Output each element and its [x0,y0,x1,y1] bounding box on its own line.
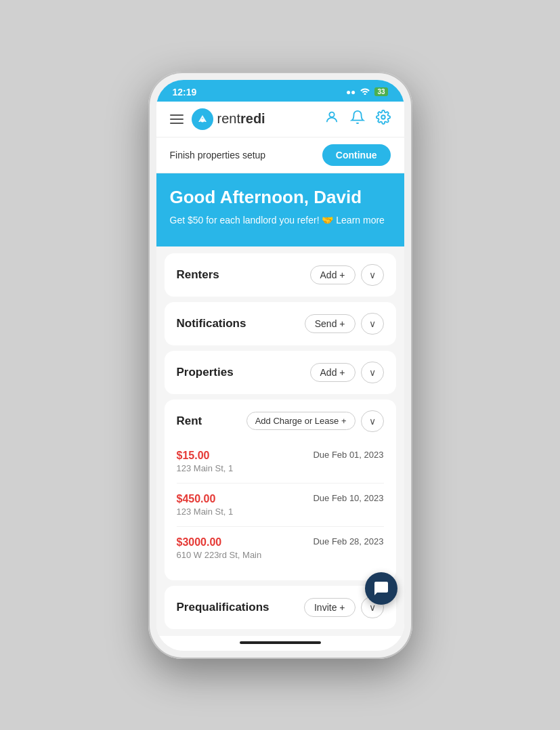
status-bar: 12:19 ●● 33 [156,80,404,102]
rent-amount: $3000.00 [177,536,262,549]
hamburger-menu[interactable] [170,114,184,124]
notifications-send-button[interactable]: Send + [305,314,356,333]
logo: rentredi [192,108,265,130]
properties-title: Properties [177,366,234,379]
renters-header: Renters Add + ∨ [177,264,384,286]
continue-button[interactable]: Continue [322,144,391,166]
properties-header: Properties Add + ∨ [177,362,384,383]
signal-icon: ●● [346,87,356,97]
renters-title: Renters [177,268,219,282]
rent-item: $15.00 123 Main St, 1 Due Feb 01, 2023 [177,440,384,484]
battery-indicator: 33 [374,87,387,96]
rent-section: Rent Add Charge or Lease + ∨ $15.00 123 … [165,400,396,580]
rent-address: 123 Main St, 1 [177,463,234,473]
notifications-header: Notifications Send + ∨ [177,313,384,335]
rent-amount: $450.00 [177,493,234,505]
rent-address: 123 Main St, 1 [177,507,234,517]
svg-point-1 [200,119,204,122]
status-time: 12:19 [173,87,197,98]
rent-item: $450.00 123 Main St, 1 Due Feb 10, 2023 [177,484,384,527]
bell-icon[interactable] [350,110,365,128]
notifications-title: Notifications [177,317,246,330]
phone-frame: 12:19 ●● 33 [148,72,412,659]
setup-text: Finish properties setup [170,150,266,160]
properties-chevron-button[interactable]: ∨ [361,362,384,383]
rent-due-date: Due Feb 10, 2023 [313,493,383,503]
rent-item-left: $450.00 123 Main St, 1 [177,493,234,517]
navbar-left: rentredi [170,108,265,130]
rent-item-left: $15.00 123 Main St, 1 [177,450,234,473]
rent-amount: $15.00 [177,450,234,462]
notifications-section: Notifications Send + ∨ [165,302,396,345]
greeting-subtitle: Get $50 for each landlord you refer! 🤝 L… [170,213,391,228]
prequalifications-invite-button[interactable]: Invite + [304,598,356,617]
renters-chevron-button[interactable]: ∨ [361,264,384,286]
logo-text: rentredi [217,111,265,127]
greeting-section: Good Afternoon, David Get $50 for each l… [156,173,404,246]
notifications-chevron-button[interactable]: ∨ [361,313,384,335]
navbar: rentredi [156,102,404,137]
prequalifications-title: Prequalifications [177,601,270,614]
home-indicator [156,636,404,651]
status-icons: ●● 33 [346,87,388,97]
gear-icon[interactable] [376,110,391,128]
rent-add-charge-button[interactable]: Add Charge or Lease + [246,412,356,430]
rent-chevron-button[interactable]: ∨ [361,410,384,432]
wifi-icon [360,87,370,97]
main-content: Renters Add + ∨ Notifications Send + ∨ [156,246,404,636]
rent-item: $3000.00 610 W 223rd St, Main Due Feb 28… [177,527,384,570]
greeting-title: Good Afternoon, David [170,187,391,208]
properties-add-button[interactable]: Add + [310,363,356,382]
rent-items-list: $15.00 123 Main St, 1 Due Feb 01, 2023 $… [177,440,384,570]
rent-item-left: $3000.00 610 W 223rd St, Main [177,536,262,560]
properties-section: Properties Add + ∨ [165,351,396,394]
rent-address: 610 W 223rd St, Main [177,550,262,560]
rent-due-date: Due Feb 01, 2023 [313,450,383,460]
rent-header: Rent Add Charge or Lease + ∨ [177,410,384,432]
chat-fab-button[interactable] [365,572,397,605]
phone-screen: 12:19 ●● 33 [156,80,404,651]
rent-due-date: Due Feb 28, 2023 [313,536,383,546]
home-bar [240,641,321,644]
rent-title: Rent [177,414,202,428]
renters-actions: Add + ∨ [310,264,384,286]
user-icon[interactable] [324,110,339,128]
setup-banner: Finish properties setup Continue [156,137,404,173]
svg-point-2 [329,112,334,117]
prequalifications-section: Prequalifications Invite + ∨ [165,586,396,629]
properties-actions: Add + ∨ [310,362,384,383]
renters-section: Renters Add + ∨ [165,253,396,297]
notifications-actions: Send + ∨ [305,313,384,335]
prequalifications-header: Prequalifications Invite + ∨ [177,597,384,618]
navbar-right [324,110,391,128]
renters-add-button[interactable]: Add + [310,265,356,284]
logo-icon [192,108,213,130]
svg-point-3 [381,115,385,119]
rent-actions: Add Charge or Lease + ∨ [246,410,384,432]
